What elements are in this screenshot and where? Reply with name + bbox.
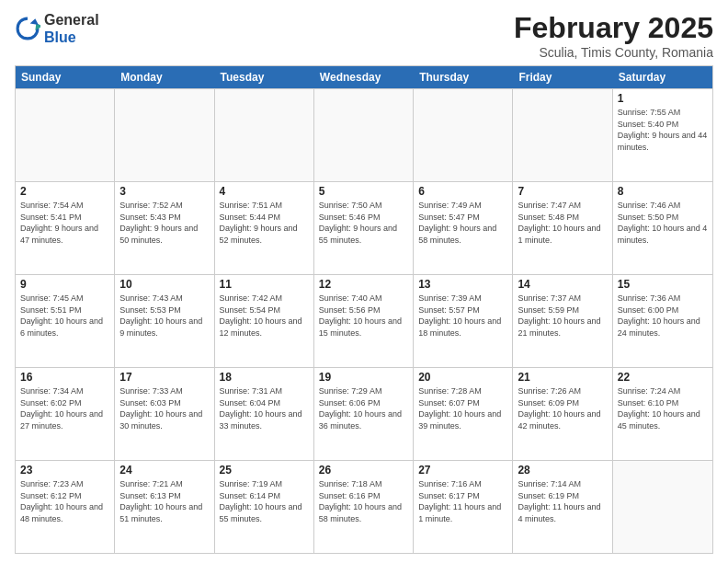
day-info: Sunrise: 7:54 AM Sunset: 5:41 PM Dayligh… (20, 200, 109, 246)
day-info: Sunrise: 7:50 AM Sunset: 5:46 PM Dayligh… (319, 200, 408, 246)
day-cell-18: 18Sunrise: 7:31 AM Sunset: 6:04 PM Dayli… (215, 368, 314, 460)
day-info: Sunrise: 7:21 AM Sunset: 6:13 PM Dayligh… (119, 478, 209, 524)
day-number: 5 (319, 185, 408, 198)
day-info: Sunrise: 7:46 AM Sunset: 5:50 PM Dayligh… (618, 200, 708, 246)
title-block: February 2025 Sculia, Timis County, Roma… (514, 11, 713, 60)
logo-blue: Blue (44, 29, 99, 46)
day-number: 9 (20, 278, 109, 291)
day-info: Sunrise: 7:26 AM Sunset: 6:09 PM Dayligh… (518, 385, 607, 431)
day-cell-17: 17Sunrise: 7:33 AM Sunset: 6:03 PM Dayli… (115, 368, 214, 460)
day-cell-21: 21Sunrise: 7:26 AM Sunset: 6:09 PM Dayli… (513, 368, 612, 460)
day-info: Sunrise: 7:52 AM Sunset: 5:43 PM Dayligh… (119, 200, 209, 246)
day-number: 22 (618, 371, 708, 384)
day-number: 19 (319, 371, 408, 384)
day-number: 6 (418, 185, 507, 198)
day-cell-11: 11Sunrise: 7:42 AM Sunset: 5:54 PM Dayli… (215, 275, 314, 367)
day-number: 8 (618, 185, 708, 198)
day-info: Sunrise: 7:24 AM Sunset: 6:10 PM Dayligh… (618, 385, 708, 431)
day-info: Sunrise: 7:55 AM Sunset: 5:40 PM Dayligh… (618, 107, 708, 153)
header-day-tuesday: Tuesday (215, 66, 314, 88)
header-day-friday: Friday (513, 66, 612, 88)
calendar-header: SundayMondayTuesdayWednesdayThursdayFrid… (16, 66, 712, 88)
day-info: Sunrise: 7:49 AM Sunset: 5:47 PM Dayligh… (418, 200, 507, 246)
day-cell-20: 20Sunrise: 7:28 AM Sunset: 6:07 PM Dayli… (414, 368, 513, 460)
logo-text: General Blue (44, 11, 99, 46)
day-info: Sunrise: 7:45 AM Sunset: 5:51 PM Dayligh… (20, 293, 109, 339)
day-number: 23 (20, 464, 109, 477)
day-cell-14: 14Sunrise: 7:37 AM Sunset: 5:59 PM Dayli… (513, 275, 612, 367)
header-day-thursday: Thursday (414, 66, 513, 88)
day-number: 15 (618, 278, 708, 291)
calendar-title: February 2025 (514, 11, 713, 45)
day-info: Sunrise: 7:23 AM Sunset: 6:12 PM Dayligh… (20, 478, 109, 524)
day-number: 4 (220, 185, 309, 198)
day-number: 18 (220, 371, 309, 384)
day-cell-16: 16Sunrise: 7:34 AM Sunset: 6:02 PM Dayli… (16, 368, 115, 460)
day-info: Sunrise: 7:43 AM Sunset: 5:53 PM Dayligh… (119, 293, 209, 339)
day-cell-25: 25Sunrise: 7:19 AM Sunset: 6:14 PM Dayli… (215, 461, 314, 553)
day-info: Sunrise: 7:47 AM Sunset: 5:48 PM Dayligh… (518, 200, 607, 246)
header-day-saturday: Saturday (613, 66, 712, 88)
day-info: Sunrise: 7:19 AM Sunset: 6:14 PM Dayligh… (220, 478, 309, 524)
empty-cell-0-1 (115, 89, 214, 181)
day-cell-28: 28Sunrise: 7:14 AM Sunset: 6:19 PM Dayli… (513, 461, 612, 553)
empty-cell-0-0 (16, 89, 115, 181)
day-info: Sunrise: 7:40 AM Sunset: 5:56 PM Dayligh… (319, 293, 408, 339)
day-number: 21 (518, 371, 607, 384)
empty-cell-0-3 (314, 89, 414, 181)
day-info: Sunrise: 7:33 AM Sunset: 6:03 PM Dayligh… (119, 385, 209, 431)
day-number: 26 (319, 464, 408, 477)
day-number: 14 (518, 278, 607, 291)
svg-marker-1 (30, 18, 40, 26)
week-row-0: 1Sunrise: 7:55 AM Sunset: 5:40 PM Daylig… (16, 88, 712, 181)
day-cell-12: 12Sunrise: 7:40 AM Sunset: 5:56 PM Dayli… (314, 275, 414, 367)
day-number: 16 (20, 371, 109, 384)
day-cell-3: 3Sunrise: 7:52 AM Sunset: 5:43 PM Daylig… (115, 182, 214, 274)
day-info: Sunrise: 7:36 AM Sunset: 6:00 PM Dayligh… (618, 293, 708, 339)
header-day-wednesday: Wednesday (314, 66, 414, 88)
header-day-sunday: Sunday (16, 66, 115, 88)
empty-cell-0-4 (414, 89, 513, 181)
day-cell-2: 2Sunrise: 7:54 AM Sunset: 5:41 PM Daylig… (16, 182, 115, 274)
day-cell-13: 13Sunrise: 7:39 AM Sunset: 5:57 PM Dayli… (414, 275, 513, 367)
empty-cell-4-6 (613, 461, 712, 553)
day-info: Sunrise: 7:28 AM Sunset: 6:07 PM Dayligh… (418, 385, 507, 431)
day-number: 11 (220, 278, 309, 291)
day-cell-23: 23Sunrise: 7:23 AM Sunset: 6:12 PM Dayli… (16, 461, 115, 553)
day-cell-5: 5Sunrise: 7:50 AM Sunset: 5:46 PM Daylig… (314, 182, 414, 274)
logo-general: General (44, 11, 99, 29)
day-cell-6: 6Sunrise: 7:49 AM Sunset: 5:47 PM Daylig… (414, 182, 513, 274)
day-number: 28 (518, 464, 607, 477)
day-number: 24 (119, 464, 209, 477)
day-info: Sunrise: 7:29 AM Sunset: 6:06 PM Dayligh… (319, 385, 408, 431)
day-info: Sunrise: 7:39 AM Sunset: 5:57 PM Dayligh… (418, 293, 507, 339)
day-info: Sunrise: 7:51 AM Sunset: 5:44 PM Dayligh… (220, 200, 309, 246)
logo: General Blue (15, 11, 99, 46)
day-number: 2 (20, 185, 109, 198)
day-cell-7: 7Sunrise: 7:47 AM Sunset: 5:48 PM Daylig… (513, 182, 612, 274)
day-number: 3 (119, 185, 209, 198)
day-cell-1: 1Sunrise: 7:55 AM Sunset: 5:40 PM Daylig… (613, 89, 712, 181)
week-row-3: 16Sunrise: 7:34 AM Sunset: 6:02 PM Dayli… (16, 367, 712, 460)
day-number: 13 (418, 278, 507, 291)
week-row-1: 2Sunrise: 7:54 AM Sunset: 5:41 PM Daylig… (16, 181, 712, 274)
day-cell-27: 27Sunrise: 7:16 AM Sunset: 6:17 PM Dayli… (414, 461, 513, 553)
day-number: 1 (618, 92, 708, 105)
day-cell-15: 15Sunrise: 7:36 AM Sunset: 6:00 PM Dayli… (613, 275, 712, 367)
empty-cell-0-5 (513, 89, 612, 181)
day-number: 10 (119, 278, 209, 291)
week-row-2: 9Sunrise: 7:45 AM Sunset: 5:51 PM Daylig… (16, 274, 712, 367)
day-number: 25 (220, 464, 309, 477)
day-info: Sunrise: 7:37 AM Sunset: 5:59 PM Dayligh… (518, 293, 607, 339)
day-number: 27 (418, 464, 507, 477)
day-cell-22: 22Sunrise: 7:24 AM Sunset: 6:10 PM Dayli… (613, 368, 712, 460)
day-cell-19: 19Sunrise: 7:29 AM Sunset: 6:06 PM Dayli… (314, 368, 414, 460)
header-day-monday: Monday (115, 66, 214, 88)
day-info: Sunrise: 7:18 AM Sunset: 6:16 PM Dayligh… (319, 478, 408, 524)
day-info: Sunrise: 7:31 AM Sunset: 6:04 PM Dayligh… (220, 385, 309, 431)
logo-icon (15, 16, 40, 41)
calendar-body: 1Sunrise: 7:55 AM Sunset: 5:40 PM Daylig… (16, 88, 712, 553)
week-row-4: 23Sunrise: 7:23 AM Sunset: 6:12 PM Dayli… (16, 460, 712, 553)
empty-cell-0-2 (215, 89, 314, 181)
day-cell-26: 26Sunrise: 7:18 AM Sunset: 6:16 PM Dayli… (314, 461, 414, 553)
